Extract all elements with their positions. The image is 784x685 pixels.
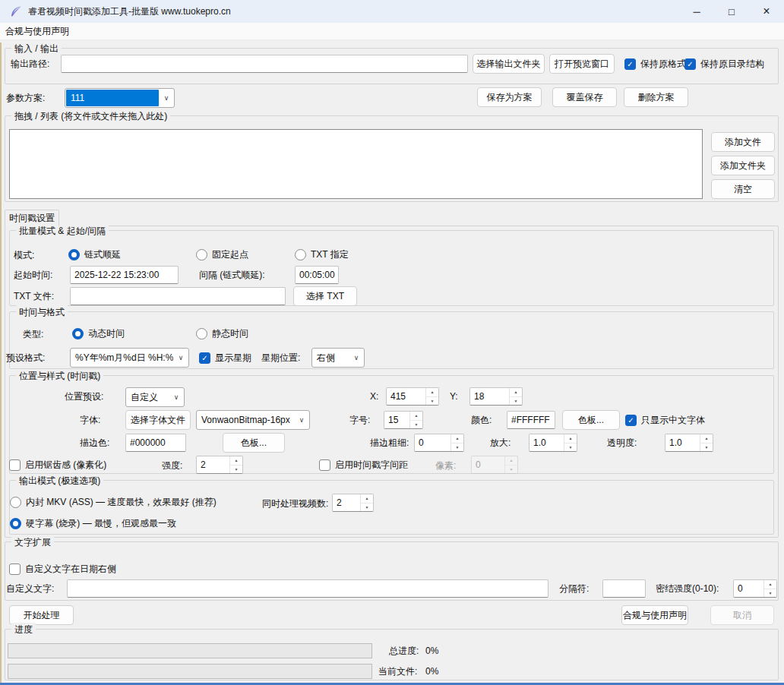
checkbox-box (9, 459, 21, 471)
radio-dot (196, 249, 207, 260)
chevron-down-icon[interactable]: ∨ (173, 349, 188, 367)
x-spinner[interactable]: 415 ▲▼ (386, 387, 439, 406)
spin-down-icon: ▼ (230, 466, 242, 474)
stroke-palette-button[interactable]: 色板... (223, 433, 285, 453)
start-time-input[interactable]: 2025-12-22 15:23:00 (70, 266, 179, 284)
y-value: 18 (470, 388, 509, 405)
spinner-arrows[interactable]: ▲▼ (763, 580, 776, 597)
close-icon[interactable]: × (749, 0, 784, 23)
radio-mode-chain[interactable]: 链式顺延 (68, 248, 121, 261)
text-right-of-date-checkbox[interactable]: 自定义文字在日期右侧 (9, 563, 116, 576)
radio-hardsub[interactable]: 硬字幕 (烧录) — 最慢，但观感最一致 (10, 517, 176, 530)
font-family-combobox[interactable]: VonwaonBitmap-16px ∨ (196, 410, 310, 430)
char-spacing-checkbox[interactable]: 启用时间戳字间距 (319, 459, 408, 472)
minimize-icon[interactable]: ─ (679, 0, 714, 23)
open-preview-button[interactable]: 打开预览窗口 (549, 54, 615, 74)
concurrent-spinner[interactable]: 2 ▲▼ (332, 494, 374, 512)
spin-down-icon: ▼ (410, 421, 422, 429)
chinese-only-checkbox[interactable]: ✓ 只显示中文字体 (625, 414, 705, 427)
interval-value: 00:05:00 (299, 270, 335, 280)
current-file-value: 0% (425, 664, 438, 678)
spinner-arrows[interactable]: ▲▼ (509, 388, 522, 405)
radio-mode-chain-label: 链式顺延 (84, 248, 121, 261)
spinner-arrows[interactable]: ▲▼ (564, 434, 577, 451)
radio-dynamic-time[interactable]: 动态时间 (72, 327, 125, 340)
cancel-button: 取消 (710, 605, 774, 625)
spinner-arrows[interactable]: ▲▼ (425, 388, 438, 405)
droplist-legend: 拖拽 / 列表 (将文件或文件夹拖入此处) (11, 109, 170, 123)
font-color-input[interactable]: #FFFFFF (507, 411, 555, 429)
separator-input[interactable] (602, 579, 646, 598)
select-output-folder-button[interactable]: 选择输出文件夹 (473, 54, 545, 74)
radio-mode-txt[interactable]: TXT 指定 (295, 248, 349, 261)
y-label: Y: (450, 390, 458, 403)
radio-dot (10, 497, 21, 508)
chevron-down-icon[interactable]: ∨ (349, 349, 364, 367)
spin-down-icon: ▼ (451, 444, 463, 452)
radio-static-label: 静态时间 (212, 327, 248, 340)
opacity-spinner[interactable]: 1.0 ▲▼ (665, 434, 713, 452)
app-icon (10, 5, 22, 17)
progress-legend: 进度 (11, 623, 36, 636)
radio-static-time[interactable]: 静态时间 (196, 327, 248, 340)
spinner-arrows[interactable]: ▲▼ (229, 456, 242, 473)
add-folder-button[interactable]: 添加文件夹 (711, 156, 775, 175)
radio-mode-fixed-label: 固定起点 (212, 248, 248, 261)
total-progress-label: 总进度: (389, 644, 419, 658)
y-spinner[interactable]: 18 ▲▼ (469, 387, 523, 406)
keep-format-checkbox[interactable]: ✓ 保持原格式 (624, 58, 686, 71)
strength-value: 2 (197, 456, 229, 473)
week-pos-combobox[interactable]: 右侧 ∨ (311, 348, 365, 368)
custom-text-input[interactable] (67, 579, 548, 598)
font-size-spinner[interactable]: 15 ▲▼ (384, 411, 423, 429)
radio-dot (72, 328, 84, 339)
strength-spinner[interactable]: 2 ▲▼ (196, 456, 243, 474)
font-palette-button[interactable]: 色板... (562, 410, 620, 430)
scale-spinner[interactable]: 1.0 ▲▼ (529, 434, 577, 452)
format-legend: 时间与格式 (16, 305, 68, 319)
radio-mkv[interactable]: 内封 MKV (ASS) — 速度最快，效果最好 (推荐) (10, 496, 217, 509)
scheme-label: 参数方案: (6, 91, 45, 105)
position-preset-label: 位置预设: (65, 390, 103, 403)
scheme-combobox[interactable]: 111 ∨ (65, 88, 175, 108)
radio-mode-fixed[interactable]: 固定起点 (196, 248, 248, 261)
save-as-scheme-button[interactable]: 保存为方案 (477, 87, 542, 107)
stroke-width-spinner[interactable]: 0 ▲▼ (414, 434, 464, 452)
position-preset-combobox[interactable]: 自定义 ∨ (125, 387, 185, 407)
overwrite-save-button[interactable]: 覆盖保存 (552, 87, 617, 107)
start-time-value: 2025-12-22 15:23:00 (74, 270, 159, 280)
text-ext-legend: 文字扩展 (11, 535, 54, 549)
output-path-input[interactable] (61, 55, 468, 73)
choose-txt-button[interactable]: 选择 TXT (293, 286, 357, 306)
pixelate-checkbox[interactable]: 启用锯齿感 (像素化) (9, 459, 106, 472)
menu-compliance[interactable]: 合规与使用声明 (0, 24, 74, 39)
delete-scheme-button[interactable]: 删除方案 (624, 87, 688, 107)
file-drop-listbox[interactable] (9, 129, 703, 199)
spin-down-icon: ▼ (700, 444, 713, 452)
choose-font-button[interactable]: 选择字体文件 (125, 410, 191, 430)
separator-label: 分隔符: (559, 582, 589, 595)
spinner-arrows[interactable]: ▲▼ (409, 412, 422, 428)
spinner-arrows[interactable]: ▲▼ (700, 434, 713, 451)
tab-timestamp-settings[interactable]: 时间戳设置 (5, 210, 59, 226)
txt-file-input[interactable] (70, 287, 286, 305)
chevron-down-icon[interactable]: ∨ (159, 89, 174, 107)
start-time-label: 起始时间: (14, 268, 52, 282)
spinner-arrows[interactable]: ▲▼ (360, 494, 373, 511)
stroke-color-input[interactable]: #000000 (125, 434, 186, 452)
keep-tree-checkbox[interactable]: ✓ 保持原目录结构 (684, 58, 764, 71)
density-label: 密结强度(0-10): (656, 582, 719, 595)
preset-format-combobox[interactable]: %Y年%m月%d日 %H:%M:%S ∨ (70, 348, 189, 368)
show-week-checkbox[interactable]: ✓ 显示星期 (199, 352, 251, 365)
concurrent-value: 2 (333, 494, 360, 511)
compliance-button[interactable]: 合规与使用声明 (621, 605, 688, 625)
font-color-label: 颜色: (471, 413, 492, 427)
density-spinner[interactable]: 0 ▲▼ (733, 579, 777, 598)
spinner-arrows[interactable]: ▲▼ (450, 434, 463, 451)
clear-list-button[interactable]: 清空 (711, 179, 775, 199)
chevron-down-icon[interactable]: ∨ (169, 388, 184, 406)
interval-input[interactable]: 00:05:00 (295, 266, 339, 284)
maximize-icon[interactable]: □ (714, 0, 749, 23)
add-file-button[interactable]: 添加文件 (711, 132, 775, 152)
chevron-down-icon[interactable]: ∨ (294, 411, 309, 429)
